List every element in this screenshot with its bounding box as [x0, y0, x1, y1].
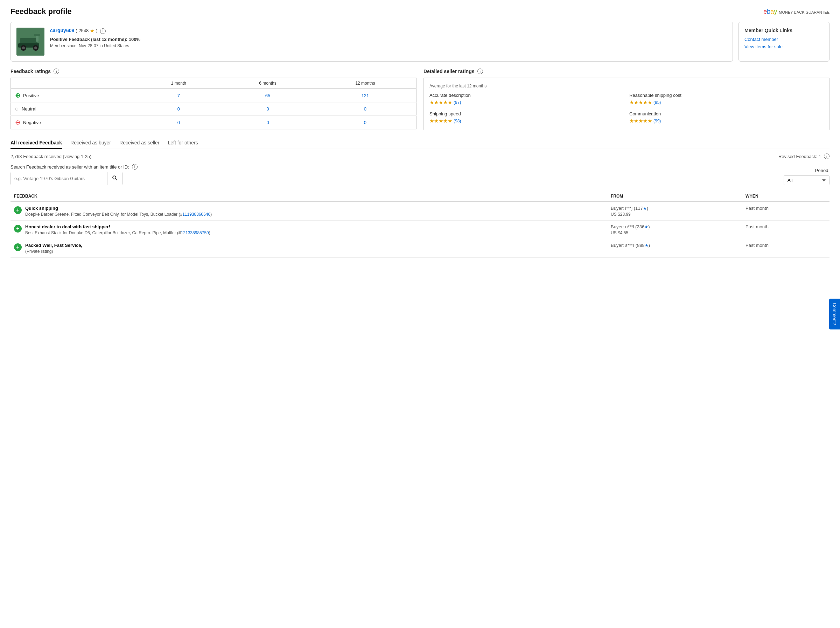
member-quick-links-card: Member Quick Links Contact member View i…	[739, 22, 829, 61]
detail-label-0: Accurate description	[429, 93, 624, 98]
negative-1month: 0	[136, 116, 221, 129]
feedback-table: FEEDBACK FROM WHEN + Quick shipping Doep…	[11, 191, 829, 258]
col-header-1month: 1 month	[136, 78, 221, 89]
search-left: Search Feedback received as seller with …	[11, 164, 784, 185]
profile-rating: (2548 ★)	[76, 28, 98, 33]
view-items-link[interactable]: View items for sale	[744, 44, 824, 49]
revised-info-icon[interactable]: i	[824, 154, 829, 159]
period-area: Period: All Last month Last 6 months Las…	[784, 168, 829, 185]
detail-accurate-description: Accurate description ★★★★★ (97)	[429, 93, 624, 105]
svg-line-10	[115, 179, 117, 180]
svg-point-9	[113, 176, 116, 179]
tab-received-as-seller[interactable]: Received as seller	[119, 137, 159, 149]
page-title: Feedback profile	[11, 7, 72, 16]
table-header-row: FEEDBACK FROM WHEN	[11, 191, 829, 202]
detail-reasonable-shipping: Reasonable shipping cost ★★★★★ (95)	[629, 93, 824, 105]
tab-all-received[interactable]: All received Feedback	[11, 137, 62, 149]
from-cell-0: Buyer: i***j (117★) US $23.99	[607, 202, 742, 220]
positive-icon: ⊕	[15, 91, 20, 99]
stars-row-2: ★★★★★ (98)	[429, 118, 624, 124]
positive-feedback-icon: +	[14, 225, 22, 233]
profile-username-link[interactable]: carguy608	[50, 28, 74, 33]
detailed-ratings-box: Average for the last 12 months Accurate …	[423, 78, 829, 130]
avg-label: Average for the last 12 months	[429, 83, 824, 88]
from-cell-1: Buyer: u***l (236★) US $4.55	[607, 220, 742, 239]
detail-communication: Communication ★★★★★ (99)	[629, 111, 824, 124]
feedback-cell-0: + Quick shipping Doepke Barber Greene, F…	[11, 202, 607, 220]
feedback-count-label: 2,768 Feedback received (viewing 1-25)	[11, 154, 92, 159]
contact-member-link[interactable]: Contact member	[744, 37, 824, 42]
stars-row-1: ★★★★★ (95)	[629, 99, 824, 105]
neutral-row-label: ○ Neutral	[11, 102, 136, 116]
rating-count: 2548	[78, 28, 88, 33]
negative-row-label: ⊖ Negative	[11, 116, 136, 129]
ratings-container: Feedback ratings i 1 month 6 months 12 m…	[11, 69, 829, 130]
when-cell-0: Past month	[742, 202, 829, 220]
positive-row-label: ⊕ Positive	[11, 89, 136, 102]
positive-feedback-icon: +	[14, 243, 22, 251]
detail-label-1: Reasonable shipping cost	[629, 93, 824, 98]
detailed-ratings-section: Detailed seller ratings i Average for th…	[423, 69, 829, 130]
revised-badge: Revised Feedback: 1 i	[778, 154, 829, 159]
ratings-table: 1 month 6 months 12 months ⊕ Positive 7 …	[11, 78, 417, 129]
table-row: + Packed Well, Fast Service, (Private li…	[11, 239, 829, 258]
search-label: Search Feedback received as seller with …	[11, 164, 784, 170]
table-row: + Honest dealer to deal with fast shippe…	[11, 220, 829, 239]
positive-6months: 65	[221, 89, 314, 102]
ebay-logo: ebay	[763, 8, 779, 15]
search-input[interactable]	[11, 173, 107, 184]
stars-row-3: ★★★★★ (99)	[629, 118, 824, 124]
ebay-guarantee-text: MONEY BACK GUARANTEE	[779, 10, 829, 14]
item-link-1[interactable]: 121338985759	[181, 230, 209, 235]
when-cell-1: Past month	[742, 220, 829, 239]
negative-icon: ⊖	[15, 118, 20, 126]
detail-count-3: (99)	[654, 118, 661, 123]
search-box	[11, 172, 123, 185]
period-select[interactable]: All Last month Last 6 months Last 12 mon…	[784, 175, 829, 185]
col-header-6months: 6 months	[221, 78, 314, 89]
from-cell-2: Buyer: s***r (888★)	[607, 239, 742, 258]
feedback-title-0: Quick shipping	[25, 206, 604, 211]
detailed-ratings-info-icon[interactable]: i	[477, 69, 483, 74]
profile-container: carguy608 (2548 ★) i Positive Feedback (…	[11, 22, 829, 61]
svg-point-4	[22, 47, 25, 49]
when-cell-2: Past month	[742, 239, 829, 258]
tab-received-as-buyer[interactable]: Received as buyer	[70, 137, 111, 149]
detail-label-2: Shipping speed	[429, 111, 624, 116]
detailed-grid: Accurate description ★★★★★ (97) Reasonab…	[429, 93, 824, 124]
feedback-title-2: Packed Well, Fast Service,	[25, 243, 604, 248]
feedback-from-2: Buyer: s***r (888★)	[611, 243, 739, 248]
star-icon: ★	[90, 28, 95, 33]
ebay-logo-area: ebay MONEY BACK GUARANTEE	[763, 8, 829, 16]
table-row: ○ Neutral 0 0 0	[11, 102, 417, 116]
negative-6months: 0	[221, 116, 314, 129]
detailed-ratings-title: Detailed seller ratings i	[423, 69, 829, 74]
detail-count-2: (98)	[453, 118, 461, 123]
search-icon	[112, 175, 118, 181]
neutral-icon: ○	[15, 105, 19, 113]
neutral-1month: 0	[136, 102, 221, 116]
neutral-12months: 0	[314, 102, 417, 116]
col-header-12months: 12 months	[314, 78, 417, 89]
search-button[interactable]	[107, 172, 122, 185]
feedback-from-0: Buyer: i***j (117★)	[611, 206, 739, 211]
feedback-cell-2: + Packed Well, Fast Service, (Private li…	[11, 239, 607, 258]
item-link-0[interactable]: 111938360646	[182, 212, 210, 217]
feedback-desc-1: Best Exhaust Stack for Doepke D6, Caterp…	[25, 230, 604, 235]
col-header-feedback: FEEDBACK	[11, 191, 607, 202]
detail-count-0: (97)	[453, 100, 461, 105]
svg-point-6	[34, 47, 37, 49]
feedback-title-1: Honest dealer to deal with fast shipper!	[25, 224, 604, 229]
positive-12months: 121	[314, 89, 417, 102]
feedback-price-0: US $23.99	[611, 212, 739, 217]
feedback-meta: 2,768 Feedback received (viewing 1-25) R…	[11, 154, 829, 159]
tab-left-for-others[interactable]: Left for others	[167, 137, 198, 149]
feedback-ratings-title: Feedback ratings i	[11, 69, 417, 74]
search-area: Search Feedback received as seller with …	[11, 164, 829, 185]
profile-info-icon[interactable]: i	[100, 28, 106, 34]
feedback-ratings-info-icon[interactable]: i	[54, 69, 59, 74]
search-info-icon[interactable]: i	[132, 164, 137, 170]
col-header-type	[11, 78, 136, 89]
positive-feedback-icon: +	[14, 206, 22, 214]
col-header-when: WHEN	[742, 191, 829, 202]
